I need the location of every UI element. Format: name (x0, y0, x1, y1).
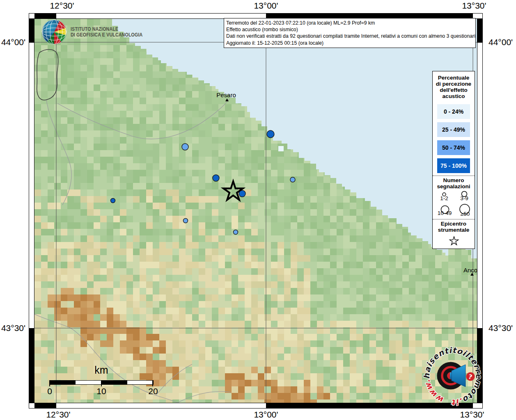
ingv-globe-icon (41, 19, 67, 45)
legend-epicenter-title-line: strumentale (433, 227, 475, 233)
frame-segment (34, 14, 56, 18)
perception-point-50-74 (234, 230, 238, 235)
haisentitoilterremoto-logo: ? www.haisentitoilterremoto.it (417, 342, 484, 409)
perception-point-50-74 (290, 177, 295, 182)
legend-title-line: Percentuale (433, 75, 475, 81)
coord-label-right-2: 43°30' (488, 323, 513, 333)
legend-size-label-2: 3-9 (454, 196, 474, 201)
frame-segment (29, 328, 34, 403)
legend-size-label-3: 10-49 (433, 210, 456, 216)
legend-epicenter-star (450, 237, 459, 245)
scale-segment (127, 381, 153, 384)
perception-point-50-74 (183, 219, 188, 223)
coord-label-top-2: 13°00' (248, 1, 284, 11)
legend-separator (433, 219, 475, 219)
scale-tick (152, 381, 153, 386)
legend-size-label-1: 1-2 (434, 196, 454, 201)
city-label-pesaro: Pesaro (216, 91, 236, 98)
ingv-line-1: ISTITUTO NAZIONALE (71, 26, 142, 32)
coord-label-left-2: 43°30' (0, 323, 25, 333)
frame-segment (29, 19, 34, 43)
scale-segment (101, 381, 127, 384)
info-line-event: Terremoto del 22-01-2023 07:22:10 (ora l… (226, 20, 473, 26)
perception-point-75-100 (111, 199, 115, 203)
info-line-source: Dati non verificati estratti da 92 quest… (226, 33, 473, 39)
legend-title-line: acustico (433, 93, 475, 99)
map-canvas: PesaroAncona (34, 19, 477, 403)
legend-swatch-0-24: 0 - 24% (437, 104, 470, 119)
frame-segment (34, 403, 56, 408)
coord-label-bottom-3: 13°30' (454, 410, 491, 420)
perception-point-75-100 (267, 130, 274, 138)
coord-label-bottom-2: 13°00' (248, 410, 284, 420)
legend-title-line: di percezione (433, 81, 475, 87)
perception-point-75-100 (213, 175, 219, 181)
scale-segment (50, 381, 76, 384)
scale-tick (49, 381, 50, 386)
earthquake-info-box: Terremoto del 22-01-2023 07:22:10 (ora l… (224, 18, 476, 48)
scale-segment (76, 381, 101, 384)
legend-title-line: dell'effetto (433, 87, 475, 93)
ingv-line-2: DI GEOFISICA E VULCANOLOGIA (71, 32, 142, 38)
water-pixel (278, 146, 284, 151)
legend-size-label-4: ≥50 (456, 211, 475, 217)
legend-swatch-50-74: 50 - 74% (437, 140, 470, 155)
frame-band-left (29, 19, 34, 403)
legend-panel: Percentuale di percezione dell'effetto a… (432, 71, 475, 249)
ingv-logo: ISTITUTO NAZIONALE DI GEOFISICA E VULCAN… (41, 19, 155, 45)
scale-unit: km (82, 364, 121, 376)
terrain-map: PesaroAncona (34, 19, 477, 403)
frame-band-bottom (29, 403, 483, 409)
legend-counts-title-line: Numero (433, 177, 475, 183)
city-label-ancona: Ancona (463, 267, 477, 274)
legend-swatch-25-49: 25 - 49% (437, 122, 470, 137)
coord-label-bottom-1: 12°30' (40, 410, 77, 420)
legend-separator (433, 176, 475, 176)
legend-epicenter-title-line: Epicentro (433, 221, 475, 227)
info-line-effect: Effetto acustico (rombo sismico) (226, 26, 473, 33)
legend-counts-title-line: segnalazioni (433, 183, 475, 189)
scale-label-10: 10 (89, 386, 114, 396)
coord-label-right-1: 44°00' (488, 37, 513, 47)
ingv-logo-text: ISTITUTO NAZIONALE DI GEOFISICA E VULCAN… (71, 26, 142, 38)
info-line-updated: Aggiornato il: 15-12-2025 00:15 (ora loc… (226, 40, 473, 46)
legend-epicenter-star-icon (433, 235, 475, 249)
scale-label-0: 0 (37, 386, 62, 396)
legend-swatch-75-100: 75 - 100% (437, 158, 470, 173)
coord-label-top-3: 13°30' (456, 1, 493, 11)
coord-label-left-1: 44°00' (0, 37, 25, 47)
coord-label-top-1: 12°30' (44, 1, 80, 11)
scale-tick (101, 381, 102, 386)
map-page: 12°30' 13°00' 13°30' 12°30' 13°00' 13°30… (0, 0, 516, 420)
frame-segment (477, 19, 482, 43)
perception-point-50-74 (182, 144, 188, 150)
scale-label-20: 20 (141, 386, 165, 396)
